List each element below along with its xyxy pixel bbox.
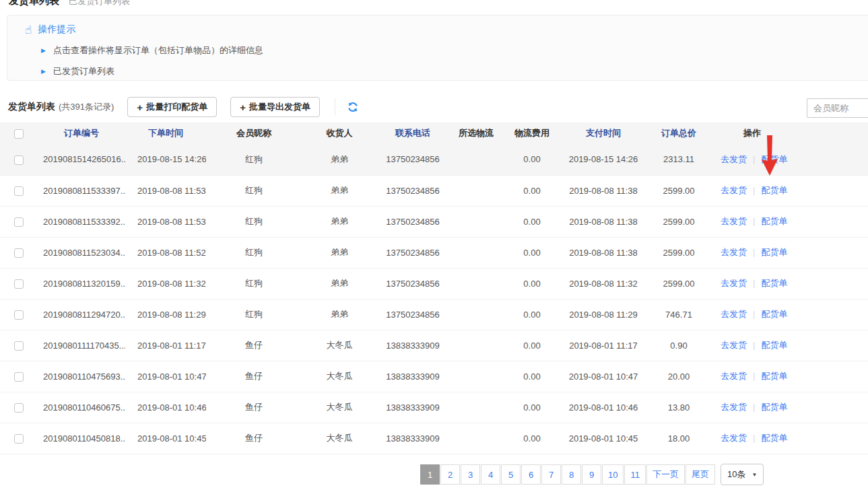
refresh-icon[interactable] (347, 102, 358, 112)
cell-order_no: 2019080811533397... (38, 175, 125, 206)
row-checkbox[interactable] (14, 279, 24, 289)
page-button-6[interactable]: 6 (521, 464, 541, 485)
go-ship-link[interactable]: 去发货 (721, 371, 747, 381)
page-button-3[interactable]: 3 (461, 464, 480, 485)
cell-phone: 13838333909 (377, 361, 448, 392)
cell-order_no: 2019080110450818... (38, 423, 125, 454)
batch-print-picklist-button[interactable]: + 批量打印配货单 (127, 97, 217, 117)
cell-fee: 0.00 (504, 175, 560, 206)
go-ship-link[interactable]: 去发货 (721, 433, 747, 443)
page-button-4[interactable]: 4 (481, 464, 500, 485)
column-header-pay_time[interactable]: 支付时间 (560, 122, 646, 144)
cell-consignee: 大冬瓜 (302, 361, 377, 392)
page-button-8[interactable]: 8 (562, 464, 581, 485)
pick-list-link[interactable]: 配货单 (761, 185, 787, 195)
next-page-button[interactable]: 下一页 (646, 464, 685, 485)
cell-pay_time: 2019-08-08 11:38 (560, 175, 646, 206)
cell-consignee: 大冬瓜 (302, 423, 377, 454)
tip-item: ▶ 点击查看操作将显示订单（包括订单物品）的详细信息 (41, 44, 868, 57)
page-button-11[interactable]: 11 (624, 464, 646, 485)
cell-fee: 0.00 (504, 299, 560, 330)
go-ship-link[interactable]: 去发货 (721, 247, 747, 257)
page-size-value: 10条 (727, 468, 745, 481)
action-separator: | (753, 278, 755, 288)
cell-actions: 去发货|配货单 (711, 392, 868, 423)
page-button-9[interactable]: 9 (582, 464, 601, 485)
cell-order_no: 2019080811523034... (38, 237, 125, 268)
shipped-orders-table: 订单编号下单时间会员昵称收货人联系电话所选物流物流费用支付时间订单总价操作 20… (0, 122, 868, 454)
page-button-5[interactable]: 5 (501, 464, 521, 485)
go-ship-link[interactable]: 去发货 (721, 402, 747, 412)
cell-phone: 13838333909 (377, 423, 448, 454)
go-ship-link[interactable]: 去发货 (721, 185, 747, 195)
go-ship-link[interactable]: 去发货 (721, 309, 747, 319)
pick-list-link[interactable]: 配货单 (761, 216, 787, 226)
last-page-button[interactable]: 尾页 (686, 464, 715, 485)
cell-nickname: 红狗 (206, 144, 302, 175)
pick-list-link[interactable]: 配货单 (761, 340, 787, 350)
column-header-nickname: 会员昵称 (206, 122, 302, 144)
pick-list-link[interactable]: 配货单 (761, 402, 787, 412)
cell-phone: 13838333909 (377, 330, 448, 361)
cell-total: 746.71 (646, 299, 711, 330)
row-checkbox[interactable] (14, 155, 24, 165)
page-button-1[interactable]: 1 (420, 464, 440, 485)
column-header-order_no[interactable]: 订单编号 (38, 122, 125, 144)
action-separator: | (753, 247, 755, 257)
row-checkbox[interactable] (14, 341, 24, 351)
cell-phone: 13750234856 (377, 237, 448, 268)
page-size-select[interactable]: 10条 ▼ (721, 464, 764, 485)
page-button-10[interactable]: 10 (602, 464, 624, 485)
cell-consignee: 弟弟 (302, 299, 377, 330)
action-separator: | (753, 433, 755, 443)
cell-logistics (448, 299, 504, 330)
cell-actions: 去发货|配货单 (711, 268, 868, 299)
cell-phone: 13838333909 (377, 392, 448, 423)
pick-list-link[interactable]: 配货单 (761, 278, 787, 288)
row-checkbox[interactable] (14, 403, 24, 413)
row-checkbox[interactable] (14, 372, 24, 382)
member-nickname-input[interactable] (807, 98, 868, 118)
cell-pay_time: 2019-08-08 11:38 (560, 206, 646, 237)
page-button-2[interactable]: 2 (440, 464, 460, 485)
cell-logistics (448, 392, 504, 423)
cell-consignee: 弟弟 (302, 144, 377, 175)
cell-nickname: 鱼仔 (206, 423, 302, 454)
go-ship-link[interactable]: 去发货 (721, 278, 747, 288)
pick-list-link[interactable]: 配货单 (761, 309, 787, 319)
cell-order_no: 2019081514265016... (38, 144, 125, 175)
cell-pay_time: 2019-08-01 10:45 (560, 423, 646, 454)
table-header-row: 订单编号下单时间会员昵称收货人联系电话所选物流物流费用支付时间订单总价操作 (0, 122, 868, 144)
cell-checkbox (0, 330, 38, 361)
row-checkbox[interactable] (14, 217, 24, 227)
pick-list-link[interactable]: 配货单 (761, 154, 787, 164)
cell-consignee: 大冬瓜 (302, 392, 377, 423)
row-checkbox[interactable] (14, 248, 24, 258)
cell-order_no: 2019080811320159... (38, 268, 125, 299)
batch-export-shipping-button[interactable]: + 批量导出发货单 (230, 97, 320, 117)
row-checkbox[interactable] (14, 310, 24, 320)
column-header-phone[interactable]: 联系电话 (377, 122, 448, 144)
column-header-total[interactable]: 订单总价 (646, 122, 711, 144)
hand-pointer-icon: ☝ (25, 24, 32, 36)
list-title: 发货单列表 (8, 101, 55, 113)
cell-logistics (448, 268, 504, 299)
column-header-order_time[interactable]: 下单时间 (125, 122, 206, 144)
go-ship-link[interactable]: 去发货 (721, 340, 747, 350)
go-ship-link[interactable]: 去发货 (721, 216, 747, 226)
go-ship-link[interactable]: 去发货 (721, 154, 747, 164)
pick-list-link[interactable]: 配货单 (761, 433, 787, 443)
tips-title: 操作提示 (38, 24, 75, 36)
cell-total: 20.00 (646, 361, 711, 392)
row-checkbox[interactable] (14, 434, 24, 444)
cell-checkbox (0, 299, 38, 330)
page-button-7[interactable]: 7 (541, 464, 561, 485)
cell-fee: 0.00 (504, 392, 560, 423)
cell-total: 2599.00 (646, 206, 711, 237)
row-checkbox[interactable] (14, 186, 24, 196)
select-all-checkbox[interactable] (14, 129, 24, 139)
pick-list-link[interactable]: 配货单 (761, 247, 787, 257)
pick-list-link[interactable]: 配货单 (761, 371, 787, 381)
cell-order_no: 2019080811533392... (38, 206, 125, 237)
tip-text: 已发货订单列表 (53, 65, 114, 77)
